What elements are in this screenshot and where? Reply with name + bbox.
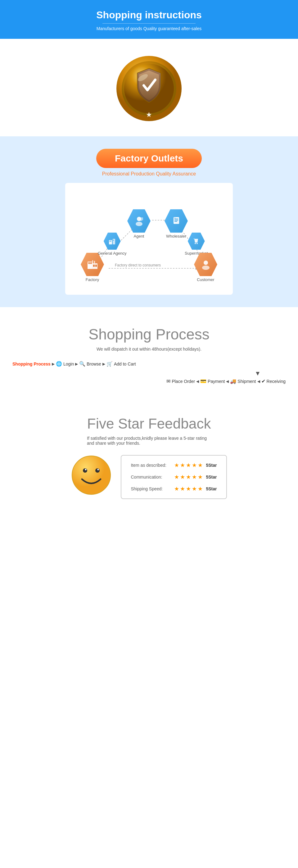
star-2-1: ★: [174, 474, 179, 480]
process-flow-down: ▼: [12, 370, 286, 377]
star-1-3: ★: [186, 462, 191, 469]
factory-hex: [81, 253, 104, 276]
payment-icon: 💳: [200, 378, 206, 384]
svg-point-47: [85, 469, 87, 470]
step-login-label: Login: [63, 362, 74, 367]
svg-point-43: [202, 266, 209, 270]
step-payment-label: Payment: [208, 379, 225, 384]
svg-rect-22: [95, 265, 97, 267]
step-addcart-label: Add to Cart: [114, 362, 136, 367]
customer-label: Customer: [197, 277, 214, 282]
star-3-2: ★: [180, 486, 185, 492]
five-star-section: Five Star Feedback If satisfied with our…: [0, 397, 298, 512]
star-3-5: ★: [198, 486, 203, 492]
step-receiving-label: Receiving: [267, 379, 286, 384]
shopping-process-subtitle: We will dispatch it out within 48hours(e…: [12, 347, 286, 351]
flow-diagram-box: Factory General Agency: [65, 183, 233, 295]
star-3-3: ★: [186, 486, 191, 492]
svg-point-45: [83, 468, 87, 473]
svg-rect-29: [113, 240, 114, 241]
rating-label-2: Communication:: [131, 474, 171, 479]
arrow-rev-2: ◀: [226, 379, 229, 383]
factory-outlets-sub: Professional Production Quality Assuranc…: [6, 171, 292, 177]
process-flow-label: Shopping Process: [12, 362, 51, 367]
login-icon: 🌐: [56, 361, 62, 367]
general-agency-node: General Agency: [98, 232, 127, 256]
arrow-3: ▶: [102, 362, 105, 366]
stars-2: ★ ★ ★ ★ ★: [174, 474, 203, 480]
svg-point-44: [72, 456, 110, 494]
svg-point-39: [195, 243, 196, 244]
svg-rect-23: [92, 260, 93, 264]
star-1-5: ★: [198, 462, 203, 469]
svg-rect-21: [93, 265, 95, 267]
star-3-1: ★: [174, 486, 179, 492]
diagram-container: Factory General Agency: [74, 192, 224, 285]
browse-icon: 🔍: [79, 361, 86, 367]
rating-label-3: Shipping Speed:: [131, 486, 171, 491]
shopping-process-title: Shopping Process: [12, 326, 286, 343]
star-badge-1: 5Star: [206, 463, 217, 468]
feedback-row: Item as described: ★ ★ ★ ★ ★ 5Star Commu…: [12, 455, 286, 499]
svg-point-31: [136, 222, 142, 226]
process-flow-row2: ✔ Receiving ◀ 🚚 Shipment ◀ 💳 Payment ◀ ✉…: [12, 378, 286, 384]
step-placeorder: ✉ Place Order: [166, 378, 195, 384]
arrow-2: ▶: [75, 362, 78, 366]
step-receiving: ✔ Receiving: [261, 378, 286, 384]
header-section: Shopping instructions Manufacturers of g…: [0, 0, 298, 39]
agent-hex: [127, 209, 151, 232]
general-agency-label: General Agency: [98, 251, 127, 256]
svg-rect-24: [94, 261, 95, 264]
svg-marker-8: [115, 117, 117, 120]
customer-hex: [194, 253, 217, 276]
supermarket-hex: [188, 232, 205, 250]
medal-icon: [115, 54, 183, 123]
svg-rect-19: [89, 262, 90, 264]
agent-label: Agent: [134, 234, 144, 239]
placeorder-icon: ✉: [166, 378, 170, 384]
svg-point-40: [197, 243, 198, 244]
rating-row-3: Shipping Speed: ★ ★ ★ ★ ★ 5Star: [131, 486, 217, 492]
star-badge-2: 5Star: [206, 474, 217, 479]
svg-point-42: [204, 260, 208, 265]
step-placeorder-label: Place Order: [172, 379, 195, 384]
direct-label: Factory direct to consumers: [115, 263, 161, 268]
star-2-4: ★: [192, 474, 197, 480]
supermarket-node: Supermarket: [185, 232, 208, 256]
rating-row-1: Item as described: ★ ★ ★ ★ ★ 5Star: [131, 462, 217, 469]
svg-rect-26: [113, 239, 115, 244]
cart-icon: 🛒: [106, 361, 113, 367]
factory-outlets-button: Factory Outlets: [96, 149, 202, 168]
down-arrow-icon: ▼: [255, 370, 261, 377]
svg-point-46: [95, 468, 100, 473]
shipment-icon: 🚚: [230, 378, 236, 384]
svg-point-48: [97, 469, 99, 470]
rating-label-1: Item as described:: [131, 463, 171, 468]
svg-rect-27: [109, 241, 110, 242]
customer-node: Customer: [194, 253, 217, 282]
factory-label: Factory: [86, 277, 99, 282]
shopping-process-section: Shopping Process We will dispatch it out…: [0, 307, 298, 397]
rating-row-2: Communication: ★ ★ ★ ★ ★ 5Star: [131, 474, 217, 480]
step-browse: 🔍 Browse: [79, 361, 101, 367]
general-agency-hex: [104, 232, 121, 250]
wholesaler-node: Wholesaler: [165, 209, 188, 239]
star-2-5: ★: [198, 474, 203, 480]
arrow-rev-1: ◀: [257, 379, 260, 383]
step-login: 🌐 Login: [56, 361, 74, 367]
agent-node: Agent: [127, 209, 151, 239]
receiving-icon: ✔: [261, 378, 265, 384]
svg-rect-38: [174, 218, 176, 218]
process-flow-row1: Shopping Process ▶ 🌐 Login ▶ 🔍 Browse ▶ …: [12, 361, 286, 367]
star-2-2: ★: [180, 474, 185, 480]
wholesaler-label: Wholesaler: [166, 234, 186, 239]
star-1-2: ★: [180, 462, 185, 469]
arrow-rev-3: ◀: [196, 379, 199, 383]
smiley-icon: [71, 455, 111, 495]
badge-section: [0, 39, 298, 136]
stars-3: ★ ★ ★ ★ ★: [174, 486, 203, 492]
factory-outlets-section: Factory Outlets Professional Production …: [0, 136, 298, 307]
step-addcart: 🛒 Add to Cart: [106, 361, 136, 367]
svg-rect-20: [90, 262, 92, 264]
star-1-4: ★: [192, 462, 197, 469]
